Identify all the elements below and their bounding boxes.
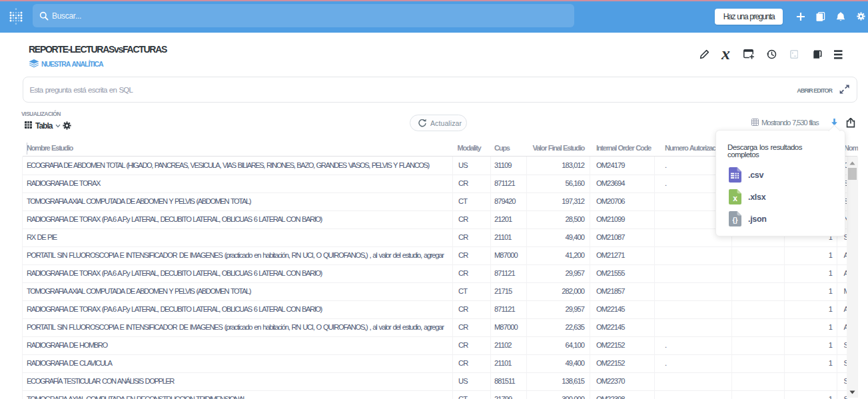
svg-text:x: x: [733, 194, 737, 203]
svg-text:{}: {}: [733, 216, 738, 224]
